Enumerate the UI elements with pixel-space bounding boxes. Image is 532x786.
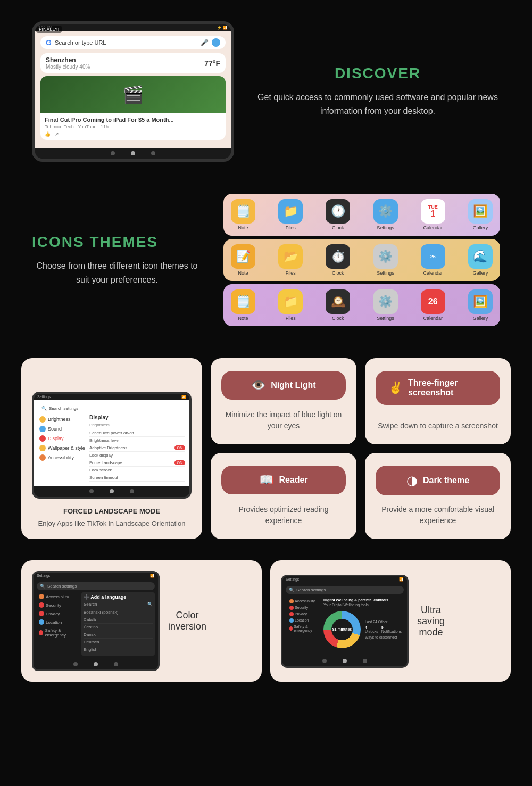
inversion-search[interactable]: 🔍 Search settings	[37, 582, 155, 590]
search-bar-text: Search or type URL	[55, 39, 197, 46]
settings-lock-screen-row[interactable]: Lock screen	[89, 467, 185, 474]
tablet-nav-bar	[35, 148, 231, 159]
acc-item[interactable]: Accessibility	[37, 592, 79, 601]
app-gallery-t3: 🖼️ Gallery	[468, 289, 493, 321]
app-note-t2: 📝 Note	[231, 244, 255, 276]
wb-privacy[interactable]: Privacy	[288, 611, 321, 617]
night-light-card: 👁️ Night Light Minimize the impact of bl…	[211, 358, 356, 444]
dark-theme-desc: Provide a more comfortable visual experi…	[376, 504, 500, 526]
app-clock-t1: 🕐 Clock	[326, 199, 350, 230]
nav-recents	[151, 151, 155, 155]
adaptive-toggle[interactable]: ON	[174, 445, 186, 450]
settings-power-row[interactable]: Scheduled power on/off	[89, 429, 185, 437]
settings-adaptive-row[interactable]: Adaptive Brightness ON	[89, 444, 185, 452]
nav-back	[111, 151, 115, 155]
safety-item[interactable]: Safety & emergency	[37, 626, 79, 639]
settings-brightness-row[interactable]: Brightness level	[89, 437, 185, 444]
lang-search-bar: Search 🔍	[84, 602, 153, 607]
sidebar-sound[interactable]: Sound	[38, 424, 86, 434]
ultra-saving-card: Settings 📶 🔍 Search settings Accessibili…	[270, 560, 511, 682]
wb-layout: Accessibility Security Privacy Loca	[286, 596, 404, 652]
avatar-icon	[212, 38, 220, 47]
wb-location[interactable]: Location	[288, 617, 321, 624]
hand-icon: ✌️	[388, 381, 403, 395]
night-light-label: Night Light	[271, 380, 315, 390]
icon-themes-grid: 🗒️ Note 📁 Files 🕐 Clock ⚙️ Settings TUE …	[223, 194, 500, 326]
landscape-description: Enjoy Apps like TikTok in Landscape Orie…	[38, 518, 186, 529]
sidebar-wallpaper[interactable]: Wallpaper & style	[38, 443, 86, 453]
discover-tablet-mockup: 3:56 PM ⚡ 📶 G Search or type URL 🎤 Shenz…	[32, 21, 234, 162]
reader-desc: Provides optimized reading experience	[221, 504, 346, 526]
app-settings-t3: ⚙️ Settings	[373, 289, 398, 321]
wb-content: Digital Wellbeing & parental controls Yo…	[323, 598, 402, 650]
security-item[interactable]: Security	[37, 601, 79, 609]
sidebar-brightness[interactable]: Brightness	[38, 415, 86, 424]
location-item[interactable]: Location	[37, 618, 79, 626]
wb-sidebar: Accessibility Security Privacy Loca	[288, 598, 321, 650]
dark-theme-btn[interactable]: ◑ Dark theme	[376, 466, 500, 495]
wellbeing-search[interactable]: 🔍 Search settings	[286, 586, 404, 594]
news-emoji: 🎬	[122, 85, 144, 105]
three-finger-desc: Swipe down to capture a screenshot	[378, 420, 498, 432]
wb-title: Digital Wellbeing & parental controls	[323, 598, 402, 602]
settings-status-bar: Settings 📶	[34, 394, 189, 400]
app-clock-t3: 🕰️ Clock	[326, 289, 350, 321]
feature-landscape-card: Settings 📶 🔍 Search settings Brightness	[21, 358, 202, 539]
app-calendar-t1: TUE 1 Calendar	[421, 199, 445, 230]
dark-theme-label: Dark theme	[423, 476, 469, 485]
discover-description: Get quick access to commonly used softwa…	[255, 90, 500, 118]
lang-right: ➕ Add a language Search 🔍 Bosanski (bôsn…	[81, 592, 155, 656]
wb-acc[interactable]: Accessibility	[288, 598, 321, 605]
icons-title: ICONS THEMES	[32, 234, 202, 251]
night-light-btn[interactable]: 👁️ Night Light	[221, 371, 346, 400]
force-landscape-toggle[interactable]: ON	[174, 460, 186, 465]
news-thumbnail: 🎬 FINALLY!	[40, 76, 226, 113]
color-inversion-card: Settings 📶 🔍 Search settings Accessibili…	[21, 560, 262, 682]
reader-label: Reader	[279, 475, 307, 485]
half-circle-icon: ◑	[406, 473, 418, 488]
book-icon: 📖	[259, 473, 273, 487]
settings-nav-bar	[34, 486, 189, 497]
settings-screen: 🔍 Search settings Brightness Sound	[34, 400, 189, 486]
app-note-t3: 🗒️ Note	[231, 289, 255, 321]
app-files-t1: 📁 Files	[278, 199, 303, 230]
icons-text: ICONS THEMES Choose from three different…	[32, 234, 202, 286]
lang-bosanski[interactable]: Bosanski (bôsnsk)	[84, 609, 153, 616]
news-title: Final Cut Pro Coming to iPad For $5 a Mo…	[45, 117, 221, 123]
news-actions: 👍 ↗ ⋯	[45, 131, 221, 137]
lang-catala[interactable]: Català	[84, 616, 153, 624]
settings-lock-display-row[interactable]: Lock display	[89, 452, 185, 459]
lang-cestina[interactable]: Čeština	[84, 624, 153, 631]
tablet-screen: G Search or type URL 🎤 Shenzhen Mostly c…	[35, 31, 231, 148]
app-gallery-t2: 🌊 Gallery	[468, 244, 493, 276]
sidebar-accessibility[interactable]: Accessibility	[38, 453, 86, 462]
three-finger-label: Three-finger screenshot	[408, 378, 487, 398]
discover-title: DISCOVER	[255, 65, 500, 82]
app-settings-t2: ⚙️ Settings	[373, 244, 398, 276]
google-logo: G	[46, 38, 52, 47]
settings-brightness-label: Brightness	[89, 423, 185, 427]
news-source: Tehmice Tech · YouTube · 11h	[45, 124, 221, 129]
inversion-screen: 🔍 Search settings Accessibility Security	[34, 579, 158, 659]
icon-row-theme3: 🗒️ Note 📁 Files 🕰️ Clock ⚙️ Settings 26 …	[223, 284, 500, 326]
settings-display-header: Display	[89, 415, 185, 420]
lang-deutsch[interactable]: Deutsch	[84, 639, 153, 646]
app-files-t2: 📂 Files	[278, 244, 303, 276]
sidebar-display[interactable]: Display	[38, 434, 86, 443]
lang-english[interactable]: English	[84, 646, 153, 653]
settings-timeout-row[interactable]: Screen timeout	[89, 474, 185, 482]
three-finger-btn[interactable]: ✌️ Three-finger screenshot	[376, 371, 500, 405]
reader-btn[interactable]: 📖 Reader	[221, 466, 346, 494]
app-calendar-t3: 26 Calendar	[421, 289, 445, 321]
wb-chart-center: $1 minutes	[331, 619, 353, 640]
settings-force-landscape-row[interactable]: Force Landscape ON	[89, 459, 185, 467]
wb-safety[interactable]: Safety & emergency	[288, 624, 321, 633]
discover-text: DISCOVER Get quick access to commonly us…	[255, 65, 500, 118]
wb-security[interactable]: Security	[288, 605, 321, 611]
dark-theme-card: ◑ Dark theme Provide a more comfortable …	[365, 453, 511, 539]
privacy-item[interactable]: Privacy	[37, 609, 79, 618]
lang-dansk[interactable]: Dansk	[84, 631, 153, 639]
settings-search-bar[interactable]: 🔍 Search settings	[38, 404, 185, 412]
wb-donut-chart: $1 minutes	[323, 611, 361, 648]
settings-content: Display Brightness Scheduled power on/of…	[89, 415, 185, 482]
